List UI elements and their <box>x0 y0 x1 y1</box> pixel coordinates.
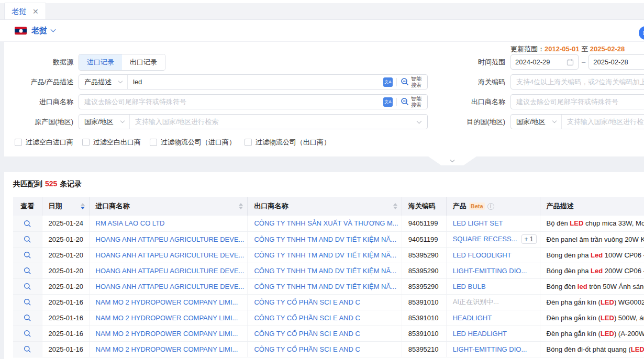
product-link[interactable]: LED BULB <box>453 283 486 290</box>
export-records-button[interactable]: 出口记录 <box>122 54 165 70</box>
smart-search-button[interactable]: 智能搜索 <box>401 76 423 88</box>
tab-close-icon[interactable]: ✕ <box>32 7 39 16</box>
checkbox-icon[interactable] <box>15 139 22 146</box>
product-link[interactable]: LED FLOODLIGHT <box>453 251 512 259</box>
exporter-link[interactable]: CÔNG TY TNHH SẢN XUẤT VÀ THƯƠNG M... <box>254 219 398 227</box>
info-icon[interactable]: i <box>487 203 494 210</box>
checkbox-icon[interactable] <box>245 139 252 146</box>
exporter-link[interactable]: CÔNG TY CỔ PHẦN SCI E AND C <box>254 345 360 353</box>
exporter-link[interactable]: CÔNG TY TNHH TM AND DV TIẾT KIỆM NĂ... <box>254 283 396 290</box>
desc-cell: Bóng đèn led tròn 50W Ánh sáng trắ... <box>540 278 644 294</box>
importer-link[interactable]: HOANG ANH ATTAPEU AGRICULTURE DEVE... <box>96 283 245 290</box>
table-row: 2025-01-16 NAM MO 2 HYDROPOWER COMPANY L… <box>13 310 644 326</box>
checkbox-filter-blank-importer[interactable]: 过滤空白进口商 <box>15 138 73 147</box>
view-record-button[interactable] <box>24 283 31 290</box>
date-from-input[interactable] <box>511 58 567 66</box>
date-cell: 2025-01-20 <box>42 278 89 294</box>
hs-code-cell: 94051199 <box>402 216 446 231</box>
view-record-button[interactable] <box>24 330 31 338</box>
importer-link[interactable]: NAM MO 2 HYDROPOWER COMPANY LIMI... <box>96 345 238 353</box>
hs-code-input[interactable] <box>511 78 644 86</box>
importer-link[interactable]: NAM MO 2 HYDROPOWER COMPANY LIMI... <box>96 330 238 338</box>
date-cell: 2025-01-20 <box>42 263 89 278</box>
import-records-button[interactable]: 进口记录 <box>79 54 122 70</box>
desc-cell: Đèn pha gắn kín (LED) (A-200W), dù... <box>540 326 644 341</box>
col-header-product: 产品Betai <box>446 197 540 216</box>
checkbox-filter-blank-exporter[interactable]: 过滤空白出口商 <box>82 138 141 147</box>
importer-link[interactable]: RM ASIA LAO CO LTD <box>96 219 165 227</box>
exporter-input[interactable] <box>511 98 644 106</box>
sort-importer-button[interactable] <box>239 203 243 209</box>
desc-cell: Đèn panel âm trần vuông 20W KT 22... <box>540 231 644 247</box>
update-range-to: 2025-02-28 <box>590 45 625 53</box>
exporter-link[interactable]: CÔNG TY CỔ PHẦN SCI E AND C <box>254 330 360 338</box>
checkbox-icon[interactable] <box>150 139 157 146</box>
exporter-link[interactable]: CÔNG TY CỔ PHẦN SCI E AND C <box>254 314 360 322</box>
product-link[interactable]: HEADLIGHT <box>453 314 492 322</box>
dest-country-input[interactable] <box>562 118 644 126</box>
view-record-button[interactable] <box>24 314 31 322</box>
product-link[interactable]: LED LIGHT SET <box>453 219 503 227</box>
chevron-down-icon <box>118 79 123 83</box>
exporter-link[interactable]: CÔNG TY TNHH TM AND DV TIẾT KIỆM NĂ... <box>254 267 396 275</box>
collapse-panel-button[interactable] <box>428 156 476 165</box>
importer-link[interactable]: HOANG ANH ATTAPEU AGRICULTURE DEVE... <box>96 235 245 243</box>
product-link[interactable]: SQUARE RECESS... <box>453 235 517 243</box>
update-range-to-word: 至 <box>581 45 588 53</box>
sort-date-button[interactable] <box>81 203 85 209</box>
view-record-button[interactable] <box>24 220 31 228</box>
importer-input[interactable] <box>79 98 383 106</box>
exporter-link[interactable]: CÔNG TY TNHH TM AND DV TIẾT KIỆM NĂ... <box>254 235 396 243</box>
tab-laos[interactable]: 老挝 ✕ <box>4 3 46 19</box>
view-record-button[interactable] <box>24 298 31 306</box>
product-type-select[interactable]: 产品描述 <box>79 75 128 89</box>
date-to-input[interactable] <box>589 58 644 66</box>
importer-link[interactable]: HOANG ANH ATTAPEU AGRICULTURE DEVE... <box>96 267 245 275</box>
smart-search-button[interactable]: 智能搜索 <box>401 96 423 108</box>
product-link[interactable]: LED HEADLIGHT <box>453 330 507 338</box>
dest-country-select[interactable]: 国家/地区 <box>511 115 562 129</box>
checkbox-filter-logistics-exporter[interactable]: 过滤物流公司（出口商） <box>245 138 330 147</box>
importer-link[interactable]: NAM MO 2 HYDROPOWER COMPANY LIMI... <box>96 298 238 306</box>
chevron-down-icon <box>450 158 454 162</box>
results-summary: 共匹配到525条记录 <box>13 180 644 189</box>
col-header-importer: 进口商名称 <box>89 197 248 216</box>
translate-icon[interactable]: 文A <box>383 77 393 87</box>
calendar-icon[interactable] <box>567 59 574 66</box>
exporter-link[interactable]: CÔNG TY CỔ PHẦN SCI E AND C <box>254 298 360 306</box>
sort-exporter-button[interactable] <box>393 203 397 209</box>
date-cell: 2025-01-20 <box>42 231 89 247</box>
checkbox-icon[interactable] <box>82 139 90 146</box>
product-search-group: 产品描述 文A 智能搜索 <box>79 74 428 89</box>
importer-label: 进口商名称 <box>4 97 73 107</box>
importer-link[interactable]: HOANG ANH ATTAPEU AGRICULTURE DEVE... <box>96 251 245 259</box>
desc-cell: Bộ đèn LED chụp mica 33W, Model: P... <box>540 216 644 231</box>
translate-icon[interactable]: 文A <box>383 97 393 107</box>
table-header-row: 查看 日期 进口商名称 出口商名称 海关编码 产品Betai 产品描述 <box>13 197 644 216</box>
product-search-input[interactable] <box>128 78 383 86</box>
view-record-button[interactable] <box>24 345 31 353</box>
product-link[interactable]: LIGHT-EMITTING DIO... <box>453 345 527 353</box>
importer-link[interactable]: NAM MO 2 HYDROPOWER COMPANY LIMI... <box>96 314 238 322</box>
update-range-label: 更新范围： <box>510 45 545 53</box>
origin-country-input[interactable] <box>130 118 417 126</box>
chevron-down-icon[interactable] <box>417 118 422 124</box>
divider <box>396 98 397 106</box>
hs-code-cell: 85395210 <box>402 341 446 357</box>
hs-code-cell: 85395290 <box>402 263 446 278</box>
data-source-segmented: 进口记录 出口记录 <box>79 54 165 71</box>
country-name[interactable]: 老挝 <box>31 26 47 36</box>
results-panel: 共匹配到525条记录 查看 日期 进口商名称 出口商名称 海关编码 产品Beta… <box>4 172 644 359</box>
product-link[interactable]: LIGHT-EMITTING DIO... <box>453 267 527 275</box>
chevron-down-icon[interactable] <box>51 27 56 32</box>
origin-country-select[interactable]: 国家/地区 <box>79 115 130 129</box>
view-record-button[interactable] <box>24 235 31 243</box>
product-more-badge[interactable]: + 1 <box>521 234 537 244</box>
exporter-label: 出口商名称 <box>428 97 505 107</box>
exporter-link[interactable]: CÔNG TY TNHH TM AND DV TIẾT KIỆM NĂ... <box>254 251 396 259</box>
checkbox-filter-logistics-importer[interactable]: 过滤物流公司（进口商） <box>150 138 236 147</box>
view-record-button[interactable] <box>24 267 31 275</box>
view-record-button[interactable] <box>24 251 31 259</box>
hs-code-label: 海关编码 <box>428 77 505 87</box>
origin-country-group: 国家/地区 <box>79 114 428 129</box>
